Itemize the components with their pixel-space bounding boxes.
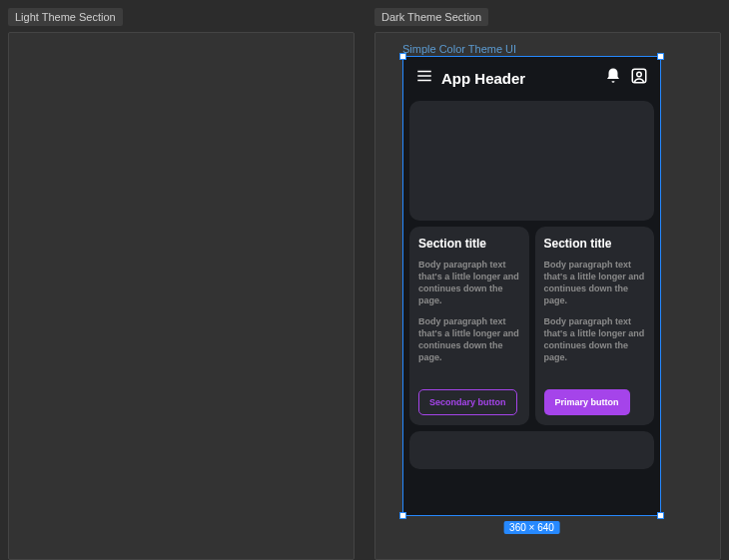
card-right-body2: Body paragraph text that's a little long… bbox=[544, 315, 646, 364]
dimensions-badge: 360 × 640 bbox=[503, 521, 560, 534]
menu-icon[interactable] bbox=[415, 67, 433, 89]
dark-section-label: Dark Theme Section bbox=[374, 8, 488, 26]
artboard-dark-mobile[interactable]: 360 × 640 App Header Section title bbox=[402, 56, 661, 516]
light-theme-section: Light Theme Section bbox=[8, 8, 355, 560]
card-left-body2: Body paragraph text that's a little long… bbox=[418, 315, 520, 364]
resize-handle-bottom-left[interactable] bbox=[399, 512, 406, 519]
card-right-body1: Body paragraph text that's a little long… bbox=[544, 259, 646, 307]
app-header: App Header bbox=[409, 63, 654, 95]
primary-button[interactable]: Primary button bbox=[544, 389, 630, 415]
resize-handle-bottom-right[interactable] bbox=[657, 512, 664, 519]
hero-card[interactable] bbox=[409, 101, 654, 221]
card-right-title: Section title bbox=[544, 237, 646, 251]
card-left[interactable]: Section title Body paragraph text that's… bbox=[409, 227, 529, 425]
light-section-label: Light Theme Section bbox=[8, 8, 123, 26]
resize-handle-top-right[interactable] bbox=[657, 53, 664, 60]
frame-title[interactable]: Simple Color Theme UI bbox=[402, 43, 516, 55]
dark-theme-section: Dark Theme Section Simple Color Theme UI… bbox=[374, 8, 721, 560]
card-right[interactable]: Section title Body paragraph text that's… bbox=[535, 227, 655, 425]
resize-handle-top-left[interactable] bbox=[399, 53, 406, 60]
secondary-button[interactable]: Secondary button bbox=[418, 389, 517, 415]
card-left-title: Section title bbox=[418, 237, 520, 251]
app-header-title: App Header bbox=[441, 70, 596, 87]
card-left-body1: Body paragraph text that's a little long… bbox=[418, 259, 520, 307]
cards-row: Section title Body paragraph text that's… bbox=[409, 227, 654, 425]
svg-point-4 bbox=[637, 72, 642, 77]
dark-frame[interactable]: Simple Color Theme UI 360 × 640 App Head… bbox=[374, 32, 721, 560]
bell-icon[interactable] bbox=[604, 67, 622, 89]
bottom-card[interactable] bbox=[409, 431, 654, 469]
light-frame[interactable] bbox=[8, 32, 355, 560]
user-icon[interactable] bbox=[630, 67, 648, 89]
